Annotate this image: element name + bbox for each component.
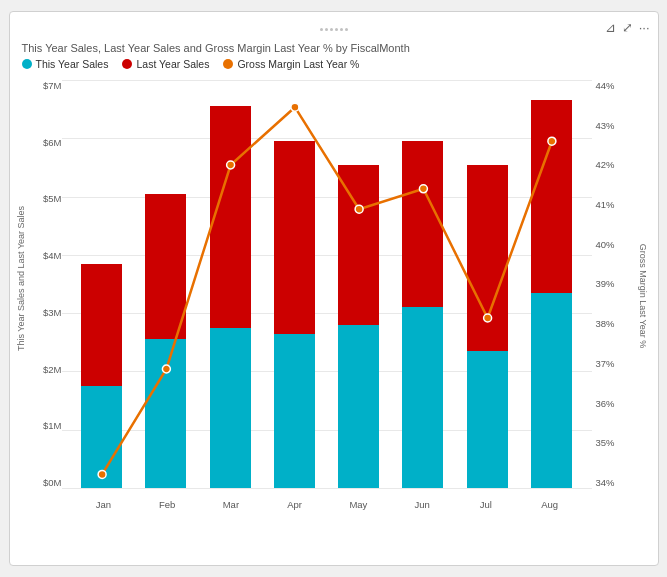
x-label-apr: Apr bbox=[263, 499, 327, 510]
legend-item-this-year: This Year Sales bbox=[22, 58, 109, 70]
y-left-7m: $7M bbox=[43, 80, 61, 91]
bar-segment-this-year bbox=[467, 351, 508, 488]
bar-segment-last-year bbox=[531, 100, 572, 292]
y-right-39: 39% bbox=[596, 278, 615, 289]
chart-inner: JanFebMarAprMayJunJulAug bbox=[62, 76, 592, 516]
bar-segment-this-year bbox=[145, 339, 186, 488]
y-right-37: 37% bbox=[596, 358, 615, 369]
drag-handle bbox=[320, 28, 348, 31]
x-label-jul: Jul bbox=[454, 499, 518, 510]
x-label-jan: Jan bbox=[72, 499, 136, 510]
y-right-40: 40% bbox=[596, 239, 615, 250]
chart-card: ⊿ ⤢ ··· This Year Sales, Last Year Sales… bbox=[9, 11, 659, 566]
bar-group[interactable] bbox=[200, 80, 260, 488]
legend-item-gross-margin: Gross Margin Last Year % bbox=[223, 58, 359, 70]
bar-segment-last-year bbox=[402, 141, 443, 307]
y-right-44: 44% bbox=[596, 80, 615, 91]
bar-segment-last-year bbox=[145, 194, 186, 340]
x-label-jun: Jun bbox=[390, 499, 454, 510]
chart-title: This Year Sales, Last Year Sales and Gro… bbox=[22, 42, 650, 54]
legend-dot-this-year bbox=[22, 59, 32, 69]
y-right-41: 41% bbox=[596, 199, 615, 210]
y-axis-right-label: Gross Margin Last Year % bbox=[638, 241, 648, 351]
legend-dot-gross-margin bbox=[223, 59, 233, 69]
y-left-3m: $3M bbox=[43, 307, 61, 318]
y-axis-left-label: This Year Sales and Last Year Sales bbox=[16, 241, 26, 351]
bar-segment-this-year bbox=[402, 307, 443, 488]
bar-group[interactable] bbox=[457, 80, 517, 488]
bar-group[interactable] bbox=[136, 80, 196, 488]
legend-item-last-year: Last Year Sales bbox=[122, 58, 209, 70]
bar-segment-this-year bbox=[274, 334, 315, 488]
y-right-43: 43% bbox=[596, 120, 615, 131]
bar-segment-this-year bbox=[210, 328, 251, 488]
top-icons: ⊿ ⤢ ··· bbox=[605, 20, 650, 35]
top-bar: ⊿ ⤢ ··· bbox=[18, 20, 650, 38]
bar-segment-last-year bbox=[81, 264, 122, 386]
bar-segment-last-year bbox=[338, 165, 379, 325]
y-right-35: 35% bbox=[596, 437, 615, 448]
bar-segment-this-year bbox=[338, 325, 379, 488]
more-icon[interactable]: ··· bbox=[639, 20, 650, 35]
gridline bbox=[62, 488, 592, 489]
x-label-aug: Aug bbox=[518, 499, 582, 510]
y-left-1m: $1M bbox=[43, 420, 61, 431]
y-axis-right: Gross Margin Last Year % 44% 43% 42% 41%… bbox=[592, 76, 650, 516]
legend-label-last-year: Last Year Sales bbox=[136, 58, 209, 70]
bar-segment-last-year bbox=[274, 141, 315, 333]
legend-label-gross-margin: Gross Margin Last Year % bbox=[237, 58, 359, 70]
bar-segment-last-year bbox=[467, 165, 508, 352]
y-left-0m: $0M bbox=[43, 477, 61, 488]
y-right-36: 36% bbox=[596, 398, 615, 409]
legend-dot-last-year bbox=[122, 59, 132, 69]
filter-icon[interactable]: ⊿ bbox=[605, 20, 616, 35]
chart-area: This Year Sales and Last Year Sales $7M … bbox=[18, 76, 650, 516]
bar-segment-this-year bbox=[81, 386, 122, 488]
bar-group[interactable] bbox=[521, 80, 581, 488]
y-left-5m: $5M bbox=[43, 193, 61, 204]
y-left-4m: $4M bbox=[43, 250, 61, 261]
bar-group[interactable] bbox=[329, 80, 389, 488]
x-labels: JanFebMarAprMayJunJulAug bbox=[62, 499, 592, 510]
bar-group[interactable] bbox=[264, 80, 324, 488]
y-right-42: 42% bbox=[596, 159, 615, 170]
expand-icon[interactable]: ⤢ bbox=[622, 20, 633, 35]
y-left-6m: $6M bbox=[43, 137, 61, 148]
bar-segment-last-year bbox=[210, 106, 251, 327]
bar-group[interactable] bbox=[393, 80, 453, 488]
bars-container bbox=[62, 80, 592, 488]
x-label-feb: Feb bbox=[135, 499, 199, 510]
legend: This Year Sales Last Year Sales Gross Ma… bbox=[22, 58, 650, 70]
y-left-2m: $2M bbox=[43, 364, 61, 375]
bar-group[interactable] bbox=[72, 80, 132, 488]
bar-segment-this-year bbox=[531, 293, 572, 488]
x-label-mar: Mar bbox=[199, 499, 263, 510]
y-right-34: 34% bbox=[596, 477, 615, 488]
y-right-38: 38% bbox=[596, 318, 615, 329]
x-label-may: May bbox=[327, 499, 391, 510]
y-axis-left: This Year Sales and Last Year Sales $7M … bbox=[18, 76, 62, 516]
legend-label-this-year: This Year Sales bbox=[36, 58, 109, 70]
